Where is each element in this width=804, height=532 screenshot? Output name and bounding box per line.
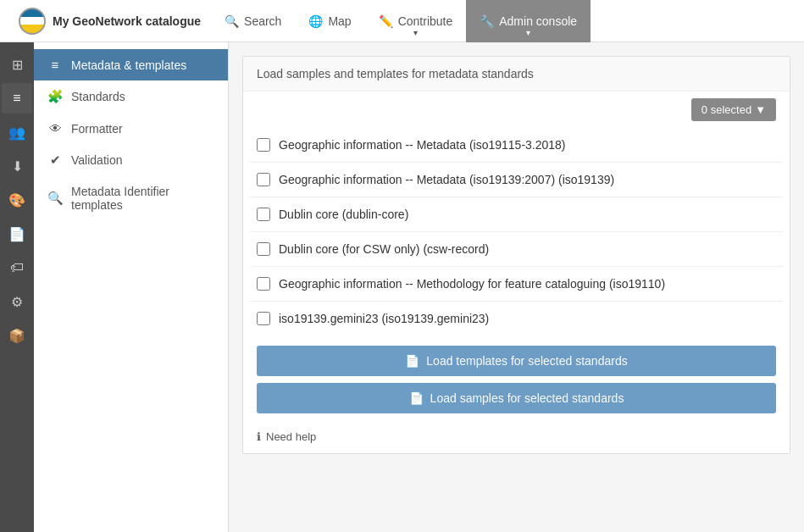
need-help-button[interactable]: ℹ Need help — [257, 430, 316, 443]
load-templates-button[interactable]: 📄 Load templates for selected standards — [257, 346, 776, 376]
load-samples-icon: 📄 — [409, 391, 424, 405]
nav-admin-console[interactable]: 🔧 Admin console ▾ — [466, 0, 591, 42]
standard-checkbox-dublin-core[interactable] — [257, 208, 270, 221]
iconbar-package[interactable]: 📦 — [2, 320, 32, 351]
iconbar-users[interactable]: 👥 — [2, 117, 32, 147]
sidebar-label-standards: Standards — [71, 90, 125, 103]
standards-icon: 🧩 — [47, 89, 63, 104]
metadata-templates-icon: ≡ — [47, 58, 63, 72]
nav-admin-label: Admin console — [499, 14, 577, 28]
sidebar-item-metadata-templates[interactable]: ≡ Metadata & templates — [34, 49, 228, 80]
metadata-identifier-icon: 🔍 — [47, 191, 63, 206]
iconbar-download[interactable]: ⬇ — [2, 151, 32, 181]
selected-dropdown-button[interactable]: 0 selected ▼ — [691, 98, 776, 121]
standard-checkbox-csw-record[interactable] — [257, 242, 270, 256]
standard-label-csw-record[interactable]: Dublin core (for CSW only) (csw-record) — [279, 242, 489, 256]
standard-row-iso19110: Geographic information -- Methodology fo… — [250, 267, 783, 302]
load-samples-label: Load samples for selected standards — [430, 391, 624, 405]
content-area: Load samples and templates for metadata … — [229, 42, 804, 532]
iconbar-settings[interactable]: ⚙ — [2, 286, 32, 317]
nav-search[interactable]: 🔍 Search — [211, 0, 295, 42]
nav-contribute[interactable]: ✏️ Contribute ▾ — [365, 0, 467, 42]
iconbar-tag[interactable]: 🏷 — [2, 252, 32, 283]
nav-contribute-label: Contribute — [398, 14, 453, 28]
standard-checkbox-iso19115[interactable] — [257, 138, 270, 152]
sidebar-label-formatter: Formatter — [71, 122, 123, 136]
standard-label-dublin-core[interactable]: Dublin core (dublin-core) — [279, 208, 408, 221]
card-header: Load samples and templates for metadata … — [243, 57, 790, 91]
selected-dropdown-arrow: ▼ — [755, 103, 766, 116]
nav-search-label: Search — [244, 14, 281, 28]
sidebar-item-standards[interactable]: 🧩 Standards — [34, 80, 228, 113]
validation-icon: ✔ — [47, 152, 63, 168]
logo-text: My GeoNetwork catalogue — [53, 14, 201, 28]
action-buttons-container: 📄 Load templates for selected standards … — [243, 335, 790, 424]
standard-row-iso19115: Geographic information -- Metadata (iso1… — [250, 128, 783, 163]
standard-checkbox-iso19110[interactable] — [257, 277, 270, 291]
main-card: Load samples and templates for metadata … — [242, 56, 790, 454]
standard-checkbox-iso19139[interactable] — [257, 173, 270, 186]
logo-link[interactable]: My GeoNetwork catalogue — [8, 8, 211, 35]
standard-row-csw-record: Dublin core (for CSW only) (csw-record) — [250, 232, 783, 267]
sidebar-item-formatter[interactable]: 👁 Formatter — [34, 113, 228, 144]
need-help-container: ℹ Need help — [243, 424, 790, 453]
standards-checkbox-list: Geographic information -- Metadata (iso1… — [243, 128, 790, 335]
map-nav-icon: 🌐 — [308, 14, 323, 28]
top-navigation: My GeoNetwork catalogue 🔍 Search 🌐 Map ✏… — [0, 0, 804, 42]
card-header-text: Load samples and templates for metadata … — [257, 67, 534, 80]
standard-row-gemini23: iso19139.gemini23 (iso19139.gemini23) — [250, 302, 783, 335]
icon-bar: ⊞ ≡ 👥 ⬇ 🎨 📄 🏷 ⚙ 📦 — [0, 42, 34, 532]
iconbar-grid[interactable]: ⊞ — [2, 49, 32, 80]
load-templates-icon: 📄 — [405, 354, 419, 368]
load-templates-label: Load templates for selected standards — [426, 354, 627, 368]
load-samples-button[interactable]: 📄 Load samples for selected standards — [257, 383, 776, 413]
standard-label-iso19110[interactable]: Geographic information -- Methodology fo… — [279, 277, 665, 291]
standard-row-dublin-core: Dublin core (dublin-core) — [250, 197, 783, 232]
sidebar-label-validation: Validation — [71, 153, 122, 167]
sidebar-item-validation[interactable]: ✔ Validation — [34, 144, 228, 176]
main-layout: ⊞ ≡ 👥 ⬇ 🎨 📄 🏷 ⚙ 📦 ≡ Metadata & templates… — [0, 42, 804, 532]
nav-map[interactable]: 🌐 Map — [295, 0, 364, 42]
logo-icon — [19, 8, 46, 35]
standard-checkbox-gemini23[interactable] — [257, 312, 270, 325]
sidebar-item-metadata-identifier[interactable]: 🔍 Metadata Identifier templates — [34, 176, 228, 220]
admin-dropdown-icon: ▾ — [526, 28, 530, 37]
contribute-nav-icon: ✏️ — [379, 14, 393, 28]
sidebar: ≡ Metadata & templates 🧩 Standards 👁 For… — [34, 42, 229, 532]
iconbar-document[interactable]: 📄 — [2, 219, 32, 249]
admin-nav-icon: 🔧 — [480, 14, 494, 28]
standard-label-gemini23[interactable]: iso19139.gemini23 (iso19139.gemini23) — [279, 312, 489, 325]
nav-map-label: Map — [328, 14, 351, 28]
selected-count: 0 selected — [701, 103, 751, 116]
need-help-label: Need help — [266, 430, 316, 443]
sidebar-label-metadata-templates: Metadata & templates — [71, 58, 186, 72]
search-nav-icon: 🔍 — [225, 14, 239, 28]
help-icon: ℹ — [257, 430, 261, 443]
iconbar-palette[interactable]: 🎨 — [2, 185, 32, 215]
standard-row-iso19139: Geographic information -- Metadata (iso1… — [250, 163, 783, 197]
contribute-dropdown-icon: ▾ — [413, 28, 418, 37]
sidebar-label-metadata-identifier: Metadata Identifier templates — [71, 185, 214, 212]
iconbar-list[interactable]: ≡ — [2, 83, 32, 114]
selected-btn-container: 0 selected ▼ — [243, 91, 790, 128]
standard-label-iso19115[interactable]: Geographic information -- Metadata (iso1… — [279, 138, 566, 152]
standard-label-iso19139[interactable]: Geographic information -- Metadata (iso1… — [279, 173, 614, 186]
formatter-icon: 👁 — [47, 121, 63, 136]
